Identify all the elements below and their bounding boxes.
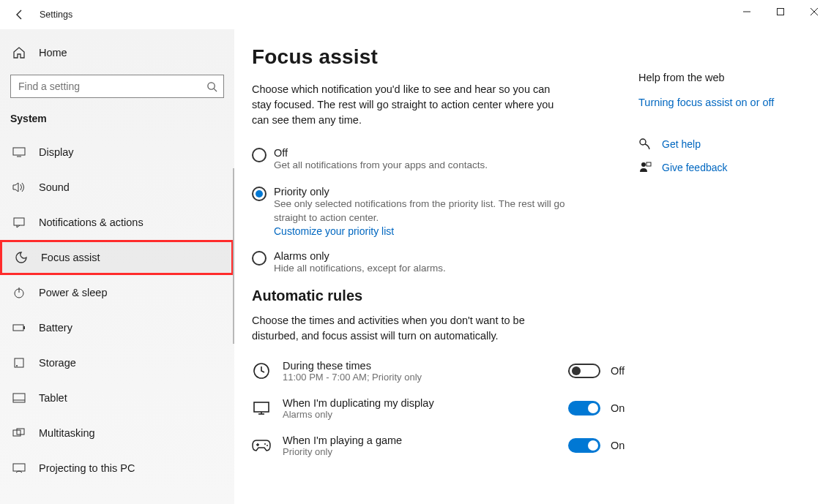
sidebar-item-label: Power & sleep [39, 287, 108, 298]
sidebar-item-label: Notifications & actions [39, 217, 144, 228]
sidebar-item-tablet[interactable]: Tablet [0, 380, 234, 415]
sidebar-item-label: Sound [39, 181, 70, 193]
auto-rules-desc: Choose the times and activities when you… [252, 313, 567, 344]
toggle-state: On [611, 402, 633, 414]
window-controls [730, 0, 831, 23]
radio-label: Priority only [274, 186, 581, 198]
svg-rect-28 [646, 162, 651, 166]
sidebar-item-projecting[interactable]: Projecting to this PC [0, 451, 234, 486]
help-icon [638, 138, 652, 151]
sidebar-home-label: Home [39, 47, 67, 59]
maximize-button[interactable] [764, 0, 797, 23]
radio-off[interactable]: Off Get all notifications from your apps… [252, 147, 633, 173]
sidebar-item-power[interactable]: Power & sleep [0, 275, 234, 310]
search-field[interactable] [17, 80, 206, 93]
toggle-display[interactable] [568, 401, 600, 415]
svg-point-2 [208, 82, 215, 89]
radio-alarms[interactable]: Alarms only Hide all notifications, exce… [252, 250, 633, 276]
help-link-focus-assist[interactable]: Turning focus assist on or off [638, 97, 808, 108]
svg-rect-17 [13, 464, 25, 471]
storage-icon [12, 357, 26, 369]
sidebar-item-label: Tablet [39, 392, 67, 404]
sidebar-item-notifications[interactable]: Notifications & actions [0, 205, 234, 240]
sidebar-item-label: Storage [39, 357, 76, 369]
radio-icon [252, 187, 267, 201]
svg-point-26 [640, 139, 646, 145]
customize-priority-link[interactable]: Customize your priority list [274, 225, 581, 237]
radio-sub: See only selected notifications from the… [274, 198, 581, 225]
power-icon [12, 287, 26, 298]
rule-label: When I'm duplicating my display [283, 397, 568, 409]
display-icon [12, 147, 26, 157]
svg-point-27 [641, 162, 646, 167]
sidebar-item-label: Focus assist [41, 252, 100, 263]
rule-label: When I'm playing a game [283, 435, 568, 446]
rule-sub: 11:00 PM - 7:00 AM; Priority only [283, 372, 568, 383]
radio-sub: Hide all notifications, except for alarm… [274, 262, 446, 276]
svg-point-12 [16, 365, 18, 366]
multitasking-icon [12, 428, 26, 438]
sidebar-item-multitasking[interactable]: Multitasking [0, 415, 234, 451]
window-title: Settings [40, 10, 72, 20]
radio-label: Off [274, 147, 488, 159]
svg-rect-9 [13, 325, 23, 331]
monitor-icon [252, 401, 271, 415]
rule-sub: Alarms only [283, 409, 568, 420]
sidebar-list: Display Sound Notifications & actions Fo… [0, 135, 234, 486]
clock-icon [252, 362, 271, 380]
sidebar-scrollbar[interactable] [233, 168, 234, 344]
get-help-row[interactable]: Get help [638, 138, 808, 151]
svg-point-22 [264, 443, 266, 445]
svg-rect-4 [13, 148, 25, 155]
gamepad-icon [252, 439, 271, 452]
radio-icon [252, 251, 267, 266]
toggle-times[interactable] [568, 364, 600, 378]
sidebar-item-display[interactable]: Display [0, 135, 234, 170]
feedback-icon [638, 161, 652, 174]
svg-rect-6 [14, 218, 24, 225]
projecting-icon [12, 463, 26, 473]
get-help-link[interactable]: Get help [662, 138, 701, 150]
radio-sub: Get all notifications from your apps and… [274, 159, 488, 173]
rule-times[interactable]: During these times 11:00 PM - 7:00 AM; P… [252, 360, 633, 383]
sound-icon [12, 181, 26, 193]
help-web-heading: Help from the web [638, 72, 808, 83]
toggle-state: Off [611, 365, 633, 377]
radio-label: Alarms only [274, 250, 446, 262]
titlebar: Settings [0, 0, 831, 29]
sidebar-item-focus-assist[interactable]: Focus assist [0, 240, 234, 275]
minimize-button[interactable] [730, 0, 764, 23]
auto-rules-title: Automatic rules [252, 287, 633, 304]
back-button[interactable] [13, 8, 26, 21]
sidebar-item-label: Multitasking [39, 427, 95, 439]
rule-game[interactable]: When I'm playing a game Priority only On [252, 435, 633, 457]
home-icon [12, 46, 26, 59]
svg-rect-1 [778, 9, 784, 15]
right-column: Help from the web Turning focus assist o… [633, 72, 808, 504]
close-button[interactable] [797, 0, 831, 23]
search-icon [206, 81, 217, 92]
toggle-state: On [611, 440, 633, 451]
radio-priority[interactable]: Priority only See only selected notifica… [252, 186, 633, 237]
svg-rect-13 [13, 394, 25, 402]
sidebar: Home System Display Sound Notifications … [0, 29, 234, 504]
sidebar-item-battery[interactable]: Battery [0, 310, 234, 345]
toggle-game[interactable] [568, 438, 600, 453]
rule-display[interactable]: When I'm duplicating my display Alarms o… [252, 397, 633, 420]
tablet-icon [12, 393, 26, 403]
svg-line-3 [214, 89, 217, 91]
sidebar-item-storage[interactable]: Storage [0, 345, 234, 380]
notifications-icon [12, 217, 26, 228]
focus-assist-icon [15, 252, 28, 263]
page-intro: Choose which notification you'd like to … [252, 82, 567, 128]
sidebar-item-label: Battery [39, 322, 72, 334]
give-feedback-link[interactable]: Give feedback [662, 162, 728, 173]
sidebar-item-sound[interactable]: Sound [0, 170, 234, 205]
sidebar-home[interactable]: Home [0, 38, 234, 67]
give-feedback-row[interactable]: Give feedback [638, 161, 808, 174]
rule-label: During these times [283, 360, 568, 372]
rule-sub: Priority only [283, 446, 568, 457]
search-input[interactable] [10, 75, 224, 98]
svg-point-23 [267, 445, 268, 446]
sidebar-group: System [0, 108, 234, 135]
